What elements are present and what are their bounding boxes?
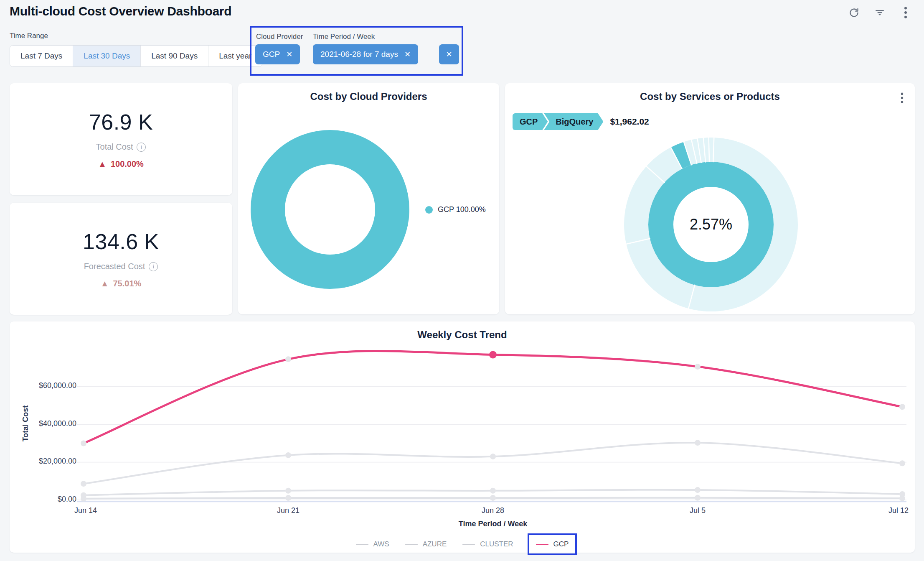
services-breadcrumb: GCP BigQuery $1,962.02 <box>513 113 649 130</box>
legend-item-aws[interactable]: AWS <box>356 540 389 548</box>
services-chart-title: Cost by Services or Products <box>505 91 915 102</box>
close-icon: ✕ <box>446 51 452 58</box>
close-icon[interactable]: ✕ <box>404 51 411 58</box>
cloud-provider-label: Cloud Provider <box>256 33 303 41</box>
providers-chart-title: Cost by Cloud Providers <box>238 91 499 102</box>
x-tick-jul-5: Jul 5 <box>690 506 706 515</box>
forecasted-cost-delta: 75.01% <box>113 279 141 288</box>
weekly-cost-trend-card: Weekly Cost Trend Total Cost $60,000.00 … <box>10 321 915 553</box>
breadcrumb-item-bigquery[interactable]: BigQuery <box>544 113 603 130</box>
kebab-menu-icon[interactable] <box>896 92 907 104</box>
provider-filter-chip[interactable]: GCP ✕ <box>255 44 300 64</box>
legend-label: AZURE <box>423 540 447 548</box>
legend-dash-icon <box>462 544 475 545</box>
legend-dot-icon <box>425 206 433 214</box>
trend-line-chart[interactable] <box>10 321 915 553</box>
legend-item-cluster[interactable]: CLUSTER <box>462 540 513 548</box>
total-cost-label: Total Cost <box>96 142 133 152</box>
dashboard-page: Multi-cloud Cost Overview Dashboard Time… <box>0 0 924 561</box>
cost-by-cloud-providers-card: Cost by Cloud Providers GCP 100.00% <box>238 83 499 314</box>
y-tick-40000: $40,000.00 <box>13 419 76 428</box>
legend-label: CLUSTER <box>480 540 513 548</box>
filter-icon[interactable] <box>874 7 886 18</box>
delta-up-icon: ▲ <box>101 279 109 288</box>
forecasted-cost-value: 134.6 K <box>83 229 159 254</box>
kebab-menu-icon[interactable] <box>900 7 911 18</box>
total-cost-card: 76.9 K Total Costi ▲100.00% <box>10 83 232 195</box>
time-range-last-7-days[interactable]: Last 7 Days <box>10 46 73 66</box>
y-tick-60000: $60,000.00 <box>13 381 76 390</box>
x-tick-jul-12: Jul 12 <box>888 506 909 515</box>
page-title: Multi-cloud Cost Overview Dashboard <box>10 4 231 18</box>
providers-legend-item-gcp[interactable]: GCP 100.00% <box>425 205 486 214</box>
breadcrumb-cost-value: $1,962.02 <box>610 117 649 127</box>
trend-legend: AWS AZURE CLUSTER GCP <box>10 540 915 548</box>
legend-dash-icon <box>356 544 368 545</box>
total-cost-value: 76.9 K <box>89 110 153 135</box>
time-range-segmented-control: Last 7 Days Last 30 Days Last 90 Days La… <box>10 45 262 67</box>
legend-label: AWS <box>373 540 389 548</box>
info-icon[interactable]: i <box>149 262 158 271</box>
time-range-last-30-days[interactable]: Last 30 Days <box>73 46 141 66</box>
total-cost-delta: 100.00% <box>111 159 144 169</box>
info-icon[interactable]: i <box>137 143 146 152</box>
y-tick-20000: $20,000.00 <box>13 457 76 466</box>
legend-label: GCP <box>553 540 569 548</box>
legend-item-azure[interactable]: AZURE <box>405 540 447 548</box>
x-tick-jun-21: Jun 21 <box>277 506 300 515</box>
providers-donut-chart[interactable] <box>246 126 414 293</box>
header-toolbar <box>848 7 911 18</box>
forecasted-cost-label: Forecasted Cost <box>84 262 145 271</box>
time-period-chip-label: 2021-06-28 for 7 days <box>320 50 398 59</box>
time-period-label: Time Period / Week <box>313 33 375 41</box>
legend-item-gcp[interactable]: GCP <box>528 533 577 555</box>
clear-filters-button[interactable]: ✕ <box>439 44 459 64</box>
legend-dash-icon <box>536 544 548 545</box>
time-period-filter-chip[interactable]: 2021-06-28 for 7 days ✕ <box>313 44 418 64</box>
time-range-label: Time Range <box>10 32 48 40</box>
breadcrumb-item-gcp[interactable]: GCP <box>513 113 548 130</box>
annotation-box-filters: Cloud Provider Time Period / Week GCP ✕ … <box>250 26 463 76</box>
y-tick-0: $0.00 <box>13 495 76 504</box>
x-tick-jun-14: Jun 14 <box>74 506 97 515</box>
legend-dash-icon <box>405 544 418 545</box>
providers-legend-label: GCP 100.00% <box>438 205 486 214</box>
x-tick-jun-28: Jun 28 <box>482 506 504 515</box>
provider-chip-label: GCP <box>263 50 280 59</box>
close-icon[interactable]: ✕ <box>286 51 292 58</box>
delta-up-icon: ▲ <box>98 159 107 169</box>
forecasted-cost-card: 134.6 K Forecasted Costi ▲75.01% <box>10 203 232 315</box>
sunburst-center-label: 2.57% <box>690 216 732 233</box>
cost-by-services-card: Cost by Services or Products GCP BigQuer… <box>505 83 915 314</box>
refresh-icon[interactable] <box>848 7 860 18</box>
time-range-last-90-days[interactable]: Last 90 Days <box>141 46 208 66</box>
x-axis-title: Time Period / Week <box>459 520 527 528</box>
